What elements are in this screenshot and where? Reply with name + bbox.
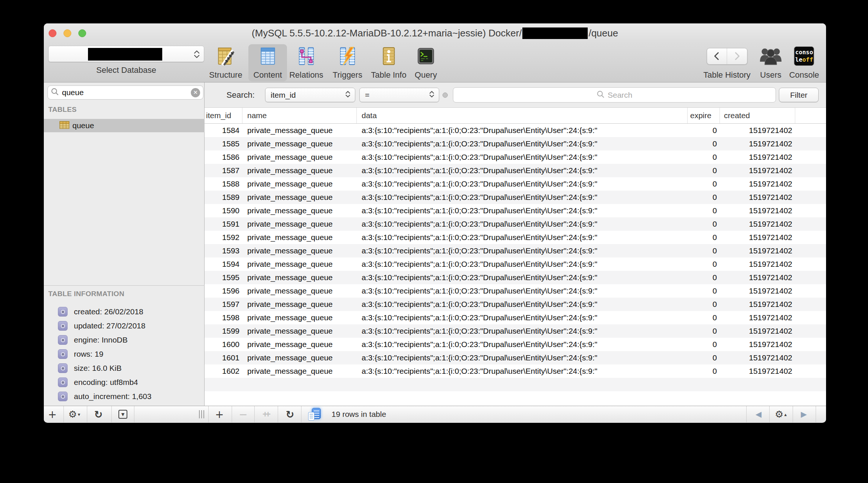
divider <box>134 406 134 422</box>
cell-spacer <box>795 351 826 364</box>
tab-triggers[interactable]: Triggers <box>333 46 362 80</box>
main-toolbar: Select Database Structure <box>44 43 826 82</box>
cell-spacer <box>795 150 826 164</box>
close-window-button[interactable] <box>49 29 56 37</box>
column-header-expire[interactable]: expire <box>688 108 720 123</box>
users-button[interactable]: Users <box>759 46 782 80</box>
cell-spacer <box>795 191 826 204</box>
console-button[interactable]: conso leoff Console <box>789 46 819 80</box>
column-header-data[interactable]: data <box>357 108 688 123</box>
cell-created: 1519721402 <box>720 164 795 177</box>
pagination-settings-button[interactable]: ⚙▴ <box>775 406 787 422</box>
cell-created: 1519721402 <box>720 150 795 164</box>
chevron-up-down-icon <box>345 90 351 100</box>
filter-column-select[interactable]: item_id <box>265 88 355 102</box>
tab-relations[interactable]: Relations <box>289 46 323 80</box>
toggle-console-pane-button[interactable]: ▼ <box>118 406 127 422</box>
cell-created: 1519721402 <box>720 364 795 378</box>
table-row[interactable]: 1592private_message_queuea:3:{s:10:"reci… <box>205 231 826 244</box>
divider <box>232 406 232 422</box>
clear-filter-button[interactable]: ✕ <box>191 88 200 97</box>
cell-item_id: 1586 <box>205 150 242 164</box>
cell-name: private_message_queue <box>242 364 357 378</box>
refresh-icon: ↻ <box>286 409 294 420</box>
cell-spacer <box>795 364 826 378</box>
table-row[interactable]: 1597private_message_queuea:3:{s:10:"reci… <box>205 298 826 311</box>
edit-row-button[interactable] <box>308 406 321 422</box>
table-row[interactable]: 1595private_message_queuea:3:{s:10:"reci… <box>205 271 826 284</box>
table-info-item: size: 16.0 KiB <box>44 361 205 375</box>
sidebar-divider <box>44 285 205 286</box>
table-row[interactable]: 1587private_message_queuea:3:{s:10:"reci… <box>205 164 826 177</box>
tab-structure[interactable]: Structure <box>209 46 242 80</box>
cell-name: private_message_queue <box>242 217 357 231</box>
zoom-window-button[interactable] <box>78 29 86 37</box>
table-info-item: auto_increment: 1,603 <box>44 389 205 403</box>
sidebar-table-queue[interactable]: queue <box>44 119 205 132</box>
table-actions-button[interactable]: ⚙▾ <box>68 406 80 422</box>
table-row[interactable]: 1601private_message_queuea:3:{s:10:"reci… <box>205 351 826 364</box>
tables-section-header: TABLES <box>48 106 76 114</box>
table-row[interactable]: 1590private_message_queuea:3:{s:10:"reci… <box>205 204 826 217</box>
cell-spacer <box>795 338 826 351</box>
add-table-button[interactable]: + <box>48 406 56 422</box>
history-forward-button[interactable] <box>727 48 747 64</box>
refresh-tables-button[interactable]: ↻ <box>94 406 103 422</box>
table-row[interactable]: 1598private_message_queuea:3:{s:10:"reci… <box>205 311 826 324</box>
cell-name: private_message_queue <box>242 244 357 257</box>
table-row[interactable]: 1602private_message_queuea:3:{s:10:"reci… <box>205 364 826 378</box>
cell-spacer <box>795 244 826 257</box>
filter-button[interactable]: Filter <box>779 88 819 102</box>
select-database-dropdown[interactable] <box>48 46 204 62</box>
content-search-field[interactable]: Search <box>453 87 776 103</box>
table-row[interactable]: 1588private_message_queuea:3:{s:10:"reci… <box>205 177 826 191</box>
tab-table-info[interactable]: Table Info <box>371 46 406 80</box>
table-row[interactable]: 1584private_message_queuea:3:{s:10:"reci… <box>205 124 826 137</box>
table-list-filter-field[interactable]: queue ✕ <box>48 85 203 100</box>
table-row[interactable]: 1594private_message_queuea:3:{s:10:"reci… <box>205 257 826 271</box>
history-back-button[interactable] <box>707 48 727 64</box>
next-page-button[interactable]: ▶ <box>801 406 807 422</box>
table-row[interactable]: 1585private_message_queuea:3:{s:10:"reci… <box>205 137 826 150</box>
cell-name: private_message_queue <box>242 324 357 338</box>
table-row[interactable]: 1586private_message_queuea:3:{s:10:"reci… <box>205 150 826 164</box>
window-titlebar[interactable]: (MySQL 5.5.5-10.2.12-MariaDB-10.2.12+mar… <box>44 23 826 43</box>
column-header-name[interactable]: name <box>242 108 357 123</box>
duplicate-row-button[interactable]: ++ <box>262 406 271 422</box>
cell-expire: 0 <box>688 244 720 257</box>
cell-data: a:3:{s:10:"recipients";a:1:{i:0;O:23:"Dr… <box>357 191 688 204</box>
table-row[interactable]: 1596private_message_queuea:3:{s:10:"reci… <box>205 284 826 298</box>
table-list-filter-value: queue <box>62 88 191 97</box>
divider <box>278 406 278 422</box>
table-row[interactable]: 1600private_message_queuea:3:{s:10:"reci… <box>205 338 826 351</box>
cell-data: a:3:{s:10:"recipients";a:1:{i:0;O:23:"Dr… <box>357 284 688 298</box>
users-icon <box>759 46 782 67</box>
tab-content[interactable]: Content <box>253 46 282 80</box>
table-row[interactable]: 1589private_message_queuea:3:{s:10:"reci… <box>205 191 826 204</box>
info-bullet-icon <box>58 335 68 345</box>
previous-page-button[interactable]: ◀ <box>756 406 761 422</box>
refresh-table-button[interactable]: ↻ <box>286 406 294 422</box>
edit-table-icon <box>308 408 321 421</box>
search-label: Search: <box>226 82 255 107</box>
divider <box>746 406 747 422</box>
table-row[interactable]: 1599private_message_queuea:3:{s:10:"reci… <box>205 324 826 338</box>
tab-structure-label: Structure <box>209 70 242 80</box>
tab-query[interactable]: Query <box>415 46 437 80</box>
column-header-item_id[interactable]: item_id <box>205 108 242 123</box>
pane-toggle-icon: ▼ <box>118 410 127 419</box>
minimize-window-button[interactable] <box>63 29 71 37</box>
table-row[interactable]: 1593private_message_queuea:3:{s:10:"reci… <box>205 244 826 257</box>
cell-item_id: 1602 <box>205 364 242 378</box>
filter-operator-select[interactable]: = <box>359 88 439 102</box>
remove-row-button[interactable]: − <box>239 406 247 422</box>
table-information-list: created: 26/02/2018updated: 27/02/2018en… <box>44 305 205 403</box>
table-row[interactable]: 1591private_message_queuea:3:{s:10:"reci… <box>205 217 826 231</box>
add-row-button[interactable]: + <box>215 406 223 422</box>
cell-name: private_message_queue <box>242 311 357 324</box>
pane-resize-handle[interactable] <box>199 406 204 422</box>
column-header-created[interactable]: created <box>720 108 795 123</box>
structure-icon <box>216 46 235 67</box>
cell-item_id: 1596 <box>205 284 242 298</box>
cell-created: 1519721402 <box>720 137 795 150</box>
